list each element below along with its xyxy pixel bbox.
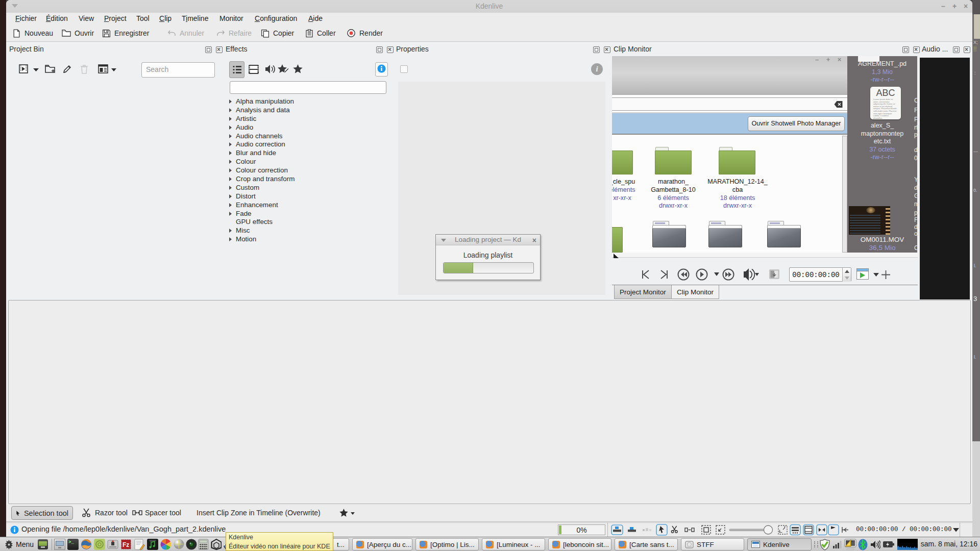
svg-text:Fz: Fz (122, 541, 129, 548)
